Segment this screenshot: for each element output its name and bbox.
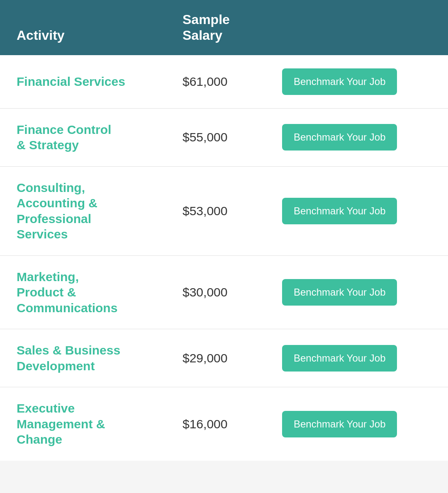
benchmark-button-sales-business[interactable]: Benchmark Your Job: [282, 345, 397, 372]
button-wrapper-consulting-accounting: Benchmark Your Job: [282, 198, 431, 224]
button-wrapper-sales-business: Benchmark Your Job: [282, 345, 431, 372]
salary-marketing-product: $30,000: [183, 285, 282, 299]
benchmark-button-marketing-product[interactable]: Benchmark Your Job: [282, 279, 397, 306]
table-row: Consulting,Accounting &ProfessionalServi…: [0, 167, 448, 256]
activity-sales-business: Sales & BusinessDevelopment: [17, 342, 183, 374]
benchmark-button-finance-control-strategy[interactable]: Benchmark Your Job: [282, 124, 397, 151]
salary-executive-management: $16,000: [183, 417, 282, 431]
activity-header: Activity: [17, 27, 183, 43]
button-wrapper-finance-control-strategy: Benchmark Your Job: [282, 124, 431, 151]
table-row: Financial Services$61,000Benchmark Your …: [0, 55, 448, 109]
benchmark-button-financial-services[interactable]: Benchmark Your Job: [282, 68, 397, 95]
activity-executive-management: ExecutiveManagement &Change: [17, 401, 183, 447]
button-wrapper-marketing-product: Benchmark Your Job: [282, 279, 431, 306]
table-row: Marketing,Product &Communications$30,000…: [0, 256, 448, 330]
table-row: Sales & BusinessDevelopment$29,000Benchm…: [0, 329, 448, 387]
salary-financial-services: $61,000: [183, 75, 282, 89]
button-wrapper-executive-management: Benchmark Your Job: [282, 411, 431, 437]
benchmark-button-executive-management[interactable]: Benchmark Your Job: [282, 411, 397, 437]
activity-marketing-product: Marketing,Product &Communications: [17, 269, 183, 316]
activity-finance-control-strategy: Finance Control& Strategy: [17, 122, 183, 153]
table-row: ExecutiveManagement &Change$16,000Benchm…: [0, 387, 448, 461]
activity-financial-services: Financial Services: [17, 74, 183, 90]
salary-sales-business: $29,000: [183, 351, 282, 365]
button-wrapper-financial-services: Benchmark Your Job: [282, 68, 431, 95]
salary-header: SampleSalary: [183, 12, 282, 44]
salary-table: Activity SampleSalary Financial Services…: [0, 0, 448, 461]
activity-consulting-accounting: Consulting,Accounting &ProfessionalServi…: [17, 180, 183, 242]
table-body: Financial Services$61,000Benchmark Your …: [0, 55, 448, 461]
salary-finance-control-strategy: $55,000: [183, 130, 282, 144]
benchmark-button-consulting-accounting[interactable]: Benchmark Your Job: [282, 198, 397, 224]
table-header: Activity SampleSalary: [0, 0, 448, 55]
table-row: Finance Control& Strategy$55,000Benchmar…: [0, 109, 448, 167]
salary-consulting-accounting: $53,000: [183, 204, 282, 218]
